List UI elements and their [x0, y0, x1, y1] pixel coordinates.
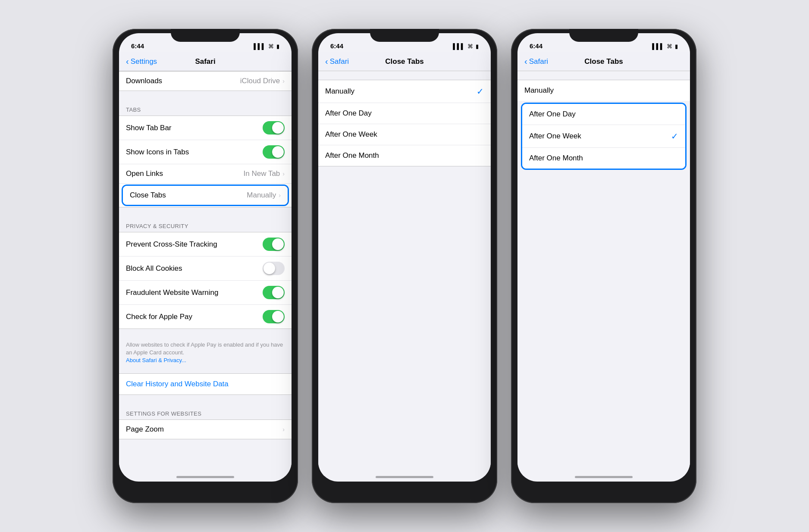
- time-3: 6:44: [530, 42, 542, 50]
- privacy-section-header: PRIVACY & SECURITY: [119, 216, 292, 232]
- status-icons-3: ▌▌▌ ⌘ ▮: [652, 43, 678, 50]
- page-zoom-row[interactable]: Page Zoom ›: [119, 420, 292, 439]
- apple-pay-row[interactable]: Check for Apple Pay: [119, 305, 292, 329]
- nav-title-1: Safari: [195, 57, 215, 66]
- after-one-month-label-2: After One Month: [325, 151, 379, 160]
- open-links-chevron: ›: [282, 170, 285, 177]
- screen-3: 6:44 ▌▌▌ ⌘ ▮ ‹ Safari Close Tabs Manuall…: [517, 33, 690, 482]
- after-one-week-item-2[interactable]: After One Week: [318, 124, 491, 145]
- wifi-icon-2: ⌘: [467, 43, 473, 50]
- after-one-day-label-2: After One Day: [325, 109, 372, 118]
- toggle-thumb-cookies: [263, 263, 275, 274]
- back-button-2[interactable]: ‹ Safari: [325, 56, 349, 66]
- after-one-month-item-2[interactable]: After One Month: [318, 145, 491, 166]
- battery-icon-2: ▮: [476, 43, 479, 50]
- footer-text: Allow websites to check if Apple Pay is …: [119, 338, 292, 366]
- show-tab-bar-row[interactable]: Show Tab Bar: [119, 116, 292, 140]
- page-zoom-right: ›: [282, 426, 285, 433]
- cross-site-toggle[interactable]: [263, 238, 285, 251]
- close-tabs-row[interactable]: Close Tabs Manually ›: [123, 186, 288, 205]
- after-one-week-label-2: After One Week: [325, 130, 377, 139]
- fraud-label: Fraudulent Website Warning: [126, 288, 219, 297]
- fraud-toggle[interactable]: [263, 286, 285, 299]
- toggle-thumb-cross: [272, 238, 284, 250]
- back-button-1[interactable]: ‹ Settings: [126, 56, 157, 66]
- screen-2: 6:44 ▌▌▌ ⌘ ▮ ‹ Safari Close Tabs Manuall…: [318, 33, 491, 482]
- cross-site-row[interactable]: Prevent Cross-Site Tracking: [119, 232, 292, 257]
- open-links-right: In New Tab ›: [244, 169, 285, 178]
- tabs-section-header: TABS: [119, 100, 292, 116]
- after-one-month-label-3: After One Month: [529, 154, 583, 163]
- nav-bar-2: ‹ Safari Close Tabs: [318, 52, 491, 71]
- nav-bar-3: ‹ Safari Close Tabs: [517, 52, 690, 71]
- apple-pay-label: Check for Apple Pay: [126, 313, 192, 321]
- privacy-group: Prevent Cross-Site Tracking Block All Co…: [119, 232, 292, 329]
- manually-group-3: Manually: [517, 80, 690, 101]
- footer-link[interactable]: About Safari & Privacy...: [126, 357, 186, 363]
- phone-3: 6:44 ▌▌▌ ⌘ ▮ ‹ Safari Close Tabs Manuall…: [511, 29, 696, 503]
- notch-2: [370, 29, 439, 42]
- show-icons-toggle[interactable]: [263, 145, 285, 159]
- page-zoom-chevron: ›: [282, 426, 285, 433]
- tabs-group: Show Tab Bar Show Icons in Tabs Open Lin…: [119, 116, 292, 207]
- wifi-icon: ⌘: [268, 43, 274, 50]
- open-links-row[interactable]: Open Links In New Tab ›: [119, 164, 292, 184]
- after-one-month-item-3[interactable]: After One Month: [522, 148, 685, 169]
- back-chevron-1: ‹: [126, 56, 129, 66]
- apple-pay-toggle[interactable]: [263, 310, 285, 323]
- show-tab-bar-toggle[interactable]: [263, 121, 285, 135]
- home-indicator-1: [176, 476, 234, 478]
- downloads-value: iCloud Drive: [240, 77, 280, 85]
- content-1: Downloads iCloud Drive › TABS Show Tab B…: [119, 71, 292, 476]
- cookies-toggle[interactable]: [263, 262, 285, 275]
- close-tabs-list-2: Manually ✓ After One Day After One Week …: [318, 80, 491, 166]
- close-tabs-label: Close Tabs: [130, 191, 166, 200]
- downloads-group: Downloads iCloud Drive ›: [119, 71, 292, 91]
- toggle-thumb: [272, 122, 284, 134]
- manually-item-2[interactable]: Manually ✓: [318, 80, 491, 103]
- downloads-row[interactable]: Downloads iCloud Drive ›: [119, 72, 292, 91]
- websites-section-header: SETTINGS FOR WEBSITES: [119, 404, 292, 419]
- cookies-label: Block All Cookies: [126, 264, 182, 273]
- toggle-thumb-pay: [272, 311, 284, 322]
- toggle-thumb-fraud: [272, 287, 284, 298]
- manually-item-3[interactable]: Manually: [517, 80, 690, 101]
- open-links-value: In New Tab: [244, 169, 280, 178]
- nav-bar-1: ‹ Settings Safari: [119, 52, 292, 71]
- after-one-day-item-2[interactable]: After One Day: [318, 103, 491, 124]
- page-zoom-label: Page Zoom: [126, 425, 164, 434]
- show-icons-row[interactable]: Show Icons in Tabs: [119, 140, 292, 164]
- manually-label-3: Manually: [524, 86, 554, 95]
- clear-history-label[interactable]: Clear History and Website Data: [126, 380, 229, 388]
- show-icons-label: Show Icons in Tabs: [126, 148, 189, 156]
- manually-checkmark-2: ✓: [477, 86, 484, 97]
- fraud-row[interactable]: Fraudulent Website Warning: [119, 281, 292, 305]
- back-chevron-3: ‹: [524, 56, 527, 66]
- back-label-2: Safari: [330, 57, 349, 66]
- after-one-week-item-3[interactable]: After One Week ✓: [522, 125, 685, 148]
- manually-label-2: Manually: [325, 87, 354, 96]
- close-tabs-value: Manually: [247, 191, 276, 200]
- wifi-icon-3: ⌘: [667, 43, 672, 50]
- cookies-row[interactable]: Block All Cookies: [119, 257, 292, 281]
- battery-icon: ▮: [276, 43, 279, 50]
- battery-icon-3: ▮: [675, 43, 678, 50]
- time-2: 6:44: [330, 42, 343, 50]
- back-button-3[interactable]: ‹ Safari: [524, 56, 548, 66]
- downloads-label: Downloads: [126, 77, 162, 85]
- back-label-1: Settings: [131, 57, 157, 66]
- after-one-day-label-3: After One Day: [529, 110, 576, 119]
- cross-site-label: Prevent Cross-Site Tracking: [126, 240, 217, 249]
- back-chevron-2: ‹: [325, 56, 328, 66]
- notch-1: [171, 29, 240, 42]
- after-one-week-label-3: After One Week: [529, 132, 581, 141]
- nav-title-3: Close Tabs: [584, 57, 623, 66]
- status-icons-2: ▌▌▌ ⌘ ▮: [453, 43, 479, 50]
- nav-title-2: Close Tabs: [385, 57, 423, 66]
- close-tabs-chevron: ›: [279, 192, 281, 199]
- content-3: Manually After One Day After One Week ✓ …: [517, 71, 690, 476]
- open-links-label: Open Links: [126, 169, 163, 178]
- downloads-chevron: ›: [282, 78, 285, 84]
- after-one-day-item-3[interactable]: After One Day: [522, 104, 685, 125]
- show-tab-bar-label: Show Tab Bar: [126, 124, 172, 132]
